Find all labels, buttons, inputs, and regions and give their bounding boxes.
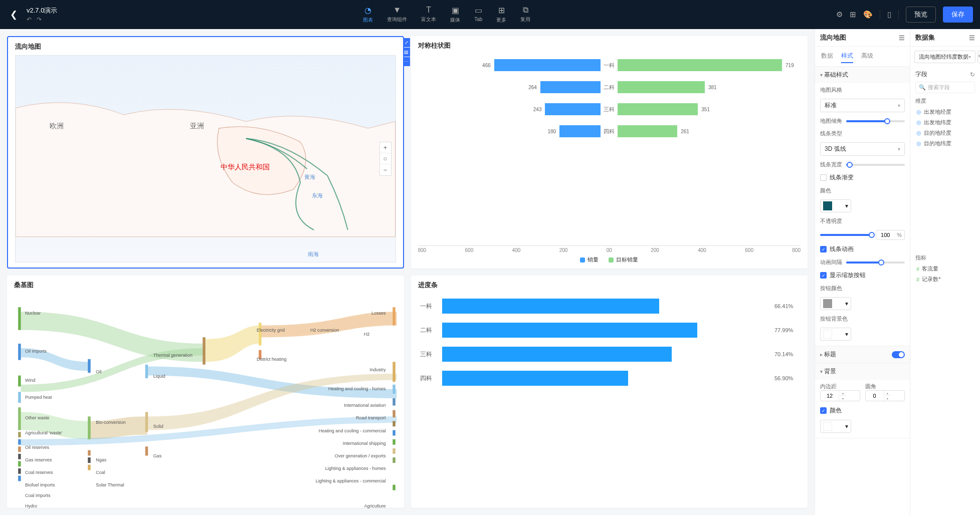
- step-down-icon[interactable]: ▾: [884, 396, 891, 401]
- bar-value-left: 180: [546, 129, 558, 134]
- tool-filter[interactable]: ▼查询组件: [387, 6, 407, 24]
- zoom-in-button[interactable]: +: [380, 142, 391, 153]
- color-picker-line[interactable]: ▾: [820, 199, 851, 212]
- toggle-title[interactable]: [892, 351, 905, 358]
- back-button[interactable]: ❮: [7, 9, 21, 20]
- tool-richtext[interactable]: T富文本: [421, 6, 436, 24]
- axis-tick: 800: [418, 247, 427, 253]
- list-icon[interactable]: ☰: [899, 34, 905, 42]
- progress-label: 三科: [420, 350, 437, 359]
- label-btn-color: 按钮颜色: [820, 285, 905, 292]
- undo-button[interactable]: ↶: [27, 16, 32, 23]
- bar-right: [618, 103, 698, 115]
- sankey-node: Coal: [94, 469, 107, 475]
- checkbox-line-anim[interactable]: ✓: [820, 246, 827, 252]
- color-picker-btn-bg[interactable]: ▾: [820, 328, 851, 341]
- panel-progress[interactable]: 进度条 一科66.41%二科77.99%三科70.14%四科56.90%: [411, 276, 808, 508]
- palette-icon[interactable]: 🎨: [863, 10, 873, 19]
- svg-rect-11: [18, 475, 21, 481]
- grid-icon: ⊞: [498, 6, 505, 15]
- dataset-panel-title: 数据集: [915, 33, 935, 42]
- redo-button[interactable]: ↷: [37, 16, 42, 23]
- field-item-metric[interactable]: #记录数*: [915, 274, 975, 285]
- settings-icon[interactable]: ⚙: [836, 10, 843, 19]
- slider-line-width[interactable]: [846, 164, 905, 166]
- panel-symmetric-bar[interactable]: 对称柱状图 466一科719264二科381243三科351180四科261 8…: [411, 36, 808, 269]
- map-label-asia: 亚洲: [190, 122, 204, 131]
- panel-flow-map[interactable]: ⤢ ▤ ⋯ 流向地图 欧洲 亚洲: [7, 36, 404, 269]
- field-item-metric[interactable]: #客流量: [915, 264, 975, 274]
- filter-icon: ▼: [393, 6, 401, 15]
- field-item-dimension[interactable]: ◎出发地纬度: [915, 117, 975, 128]
- tab-style[interactable]: 样式: [841, 50, 853, 63]
- input-radius[interactable]: ▴▾: [865, 390, 905, 401]
- field-item-dimension[interactable]: ◎目的地纬度: [915, 138, 975, 149]
- tab-advanced[interactable]: 高级: [861, 50, 873, 63]
- sankey-node: Liquid: [152, 373, 167, 379]
- mobile-icon[interactable]: ▯: [887, 10, 891, 19]
- step-up-icon[interactable]: ▴: [839, 391, 846, 396]
- panel-sankey[interactable]: 桑基图: [7, 276, 404, 508]
- refresh-icon[interactable]: ↻: [970, 71, 975, 78]
- slider-map-angle[interactable]: [846, 120, 905, 122]
- field-item-dimension[interactable]: ◎目的地经度: [915, 128, 975, 138]
- progress-track: [442, 323, 770, 338]
- tab-data[interactable]: 数据: [821, 50, 833, 63]
- sankey-node: Thermal generation: [152, 352, 194, 358]
- layout-icon[interactable]: ⊞: [850, 10, 856, 19]
- zoom-reset-button[interactable]: ○: [380, 153, 391, 164]
- tab-icon: ▭: [475, 6, 482, 15]
- step-up-icon[interactable]: ▴: [884, 391, 891, 396]
- section-basic-style[interactable]: ▾ 基础样式: [815, 67, 910, 83]
- location-icon: ◎: [916, 140, 921, 147]
- tool-more[interactable]: ⊞更多: [496, 6, 506, 24]
- topbar: ❮ v2.7.0演示 ↶ ↷ ◔图表 ▼查询组件 T富文本 ▣媒体 ▭Tab ⊞…: [0, 0, 980, 29]
- tool-reuse[interactable]: ⧉复用: [520, 6, 530, 24]
- checkbox-show-zoom[interactable]: ✓: [820, 272, 827, 279]
- step-down-icon[interactable]: ▾: [839, 396, 846, 401]
- panel-handle-copy-icon[interactable]: ▤: [403, 48, 410, 57]
- input-opacity[interactable]: %: [876, 230, 905, 240]
- map-label-yellow-sea: 黄海: [304, 173, 315, 181]
- svg-rect-23: [393, 307, 395, 325]
- zoom-out-button[interactable]: −: [380, 164, 391, 175]
- search-fields-input[interactable]: 🔍 搜索字段: [915, 82, 975, 93]
- color-picker-bg[interactable]: ▾: [820, 420, 851, 433]
- select-line-type[interactable]: 3D 弧线▾: [820, 142, 905, 156]
- sankey-node: International aviation: [342, 402, 387, 408]
- field-item-dimension[interactable]: ◎出发地经度: [915, 107, 975, 117]
- checkbox-line-gradient[interactable]: [820, 174, 827, 181]
- panel-handle-more-icon[interactable]: ⋯: [403, 57, 410, 66]
- list-icon[interactable]: ☰: [969, 34, 975, 42]
- label-line-type: 线条类型: [820, 130, 905, 137]
- svg-rect-5: [18, 432, 21, 437]
- slider-anim-interval[interactable]: [846, 262, 905, 264]
- slider-opacity[interactable]: [820, 234, 872, 236]
- tool-tab[interactable]: ▭Tab: [474, 6, 482, 24]
- progress-fill: [442, 347, 672, 362]
- axis-tick: 600: [745, 247, 753, 253]
- tool-media[interactable]: ▣媒体: [450, 6, 460, 24]
- chevron-down-icon: ▾: [898, 103, 900, 108]
- section-title[interactable]: ▸ 标题: [815, 346, 910, 363]
- edit-dataset-button[interactable]: ✎: [977, 51, 980, 63]
- map-canvas[interactable]: 欧洲 亚洲 中华人民共和国 黄海 东海 南海 + ○ −: [15, 55, 396, 263]
- sankey-node: Industry: [368, 367, 387, 373]
- save-button[interactable]: 保存: [943, 7, 973, 23]
- preview-button[interactable]: 预览: [906, 7, 936, 23]
- progress-row: 四科56.90%: [420, 371, 799, 386]
- select-dataset[interactable]: 流向地图经纬度数据▾: [914, 51, 975, 63]
- svg-rect-7: [18, 446, 21, 452]
- sankey-node: Solid: [152, 423, 165, 429]
- svg-rect-27: [393, 410, 395, 418]
- tool-chart[interactable]: ◔图表: [363, 6, 373, 24]
- input-padding[interactable]: ▴▾: [820, 390, 860, 401]
- color-picker-btn[interactable]: ▾: [820, 297, 851, 310]
- panel-handle-expand-icon[interactable]: ⤢: [403, 38, 410, 47]
- axis-tick: 400: [512, 247, 521, 253]
- select-map-style[interactable]: 标准▾: [820, 99, 905, 112]
- section-background[interactable]: ▾ 背景: [815, 363, 910, 380]
- canvas[interactable]: ⤢ ▤ ⋯ 流向地图 欧洲 亚洲: [0, 29, 815, 515]
- chevron-down-icon: ▾: [845, 300, 848, 307]
- checkbox-bg-color[interactable]: ✓: [820, 407, 827, 414]
